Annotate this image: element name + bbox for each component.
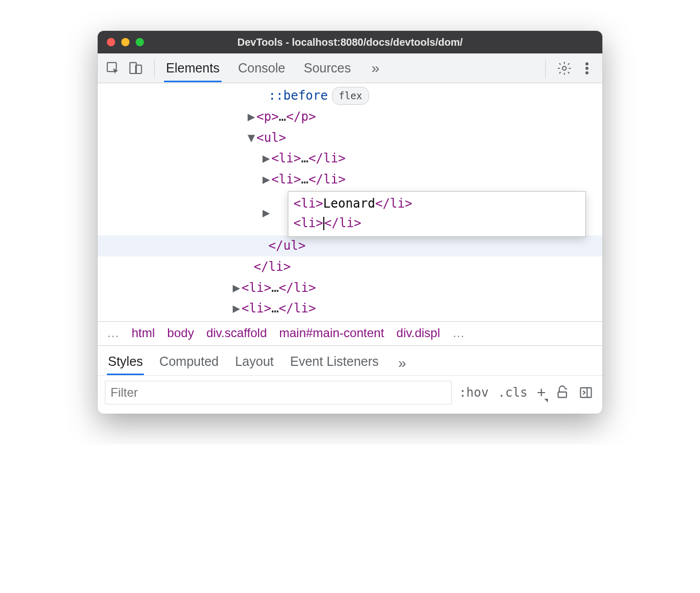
dom-row-li[interactable]: ▶<li>…</li> <box>98 277 602 299</box>
dom-row-pseudo[interactable]: ::beforeflex <box>98 85 602 106</box>
dom-row-li[interactable]: ▶<li>…</li> <box>98 148 602 169</box>
close-window-button[interactable] <box>107 38 115 46</box>
devtools-window: DevTools - localhost:8080/docs/devtools/… <box>98 31 602 414</box>
paint-flash-icon[interactable] <box>555 385 569 400</box>
maximize-window-button[interactable] <box>136 38 144 46</box>
dom-tree[interactable]: ::beforeflex ▶<p>…</p> ▼<ul> ▶<li>…</li>… <box>98 83 602 321</box>
svg-point-4 <box>586 63 588 65</box>
crumb-body[interactable]: body <box>167 326 194 340</box>
dom-row-li[interactable]: ▶<li>…</li> <box>98 298 602 319</box>
styles-toolbar: :hov .cls + <box>98 375 602 414</box>
collapse-arrow-icon[interactable]: ▼ <box>246 127 256 149</box>
svg-point-3 <box>562 66 566 70</box>
edit-line[interactable]: <li></li> <box>293 213 580 233</box>
breadcrumb-more-left[interactable]: … <box>107 326 119 340</box>
crumb-html[interactable]: html <box>132 326 155 340</box>
new-style-rule-button[interactable]: + <box>537 384 546 401</box>
styles-actions: :hov .cls + <box>459 384 593 401</box>
expand-arrow-icon[interactable]: ▶ <box>231 298 242 319</box>
expand-arrow-icon[interactable]: ▶ <box>261 148 271 169</box>
settings-icon[interactable] <box>555 59 574 78</box>
dom-row-li-close[interactable]: </li> <box>98 256 602 277</box>
crumb-main[interactable]: main#main-content <box>279 326 384 340</box>
dom-breadcrumb[interactable]: … html body div.scaffold main#main-conte… <box>98 321 602 346</box>
styles-tab-styles[interactable]: Styles <box>107 351 144 375</box>
pseudo-before: ::before <box>268 85 328 106</box>
toolbar-divider <box>154 59 155 78</box>
styles-tab-event-listeners[interactable]: Event Listeners <box>289 351 380 375</box>
styles-filter-input[interactable] <box>105 381 452 404</box>
edit-line[interactable]: <li>Leonard</li> <box>293 194 580 213</box>
styles-tab-computed[interactable]: Computed <box>158 351 219 375</box>
breadcrumb-more-right[interactable]: … <box>452 326 465 340</box>
dom-row-li[interactable]: ▶<li>…</li> <box>98 169 602 190</box>
device-toolbar-icon[interactable] <box>126 59 145 78</box>
dom-row-p[interactable]: ▶<p>…</p> <box>98 106 602 127</box>
toolbar-right <box>540 59 596 78</box>
svg-rect-8 <box>581 388 592 398</box>
inspect-element-icon[interactable] <box>104 59 122 78</box>
more-tabs-button[interactable]: » <box>367 60 384 77</box>
svg-rect-7 <box>558 392 566 398</box>
styles-tab-layout[interactable]: Layout <box>234 351 274 375</box>
main-toolbar: Elements Console Sources » <box>98 53 602 83</box>
computed-sidebar-toggle-icon[interactable] <box>579 385 593 400</box>
titlebar: DevTools - localhost:8080/docs/devtools/… <box>98 31 602 53</box>
svg-point-5 <box>586 67 588 69</box>
styles-subpanel-tabs: Styles Computed Layout Event Listeners » <box>98 346 602 375</box>
flex-badge[interactable]: flex <box>332 87 369 104</box>
tab-console[interactable]: Console <box>236 54 287 82</box>
crumb-div-displ[interactable]: div.displ <box>396 326 440 340</box>
expand-arrow-icon[interactable]: ▶ <box>261 169 271 190</box>
dom-row-ul-open[interactable]: ▼<ul> <box>98 127 602 149</box>
dom-row-ul-close[interactable]: </ul> <box>98 235 602 256</box>
crumb-div-scaffold[interactable]: div.scaffold <box>206 326 267 340</box>
panel-tabs: Elements Console Sources » <box>164 54 383 82</box>
traffic-lights <box>107 38 144 46</box>
styles-more-tabs[interactable]: » <box>394 355 411 372</box>
tab-sources[interactable]: Sources <box>302 54 353 82</box>
toolbar-divider <box>545 59 546 78</box>
html-edit-box[interactable]: <li>Leonard</li> <li></li> <box>288 191 586 237</box>
window-title: DevTools - localhost:8080/docs/devtools/… <box>98 36 602 48</box>
svg-point-6 <box>586 71 588 73</box>
expand-arrow-icon[interactable]: ▶ <box>261 202 271 224</box>
minimize-window-button[interactable] <box>121 38 130 46</box>
cls-toggle[interactable]: .cls <box>498 385 528 400</box>
expand-arrow-icon[interactable]: ▶ <box>246 106 256 127</box>
more-options-icon[interactable] <box>578 59 596 78</box>
hov-toggle[interactable]: :hov <box>459 385 489 400</box>
tab-elements[interactable]: Elements <box>164 54 222 82</box>
expand-arrow-icon[interactable]: ▶ <box>231 277 242 299</box>
